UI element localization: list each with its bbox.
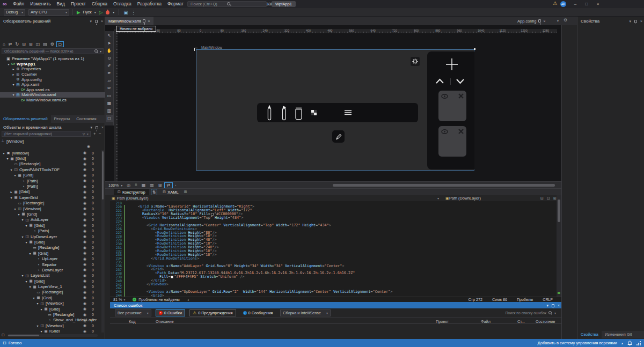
rounded-rect-tool[interactable]: ◻	[106, 115, 113, 122]
hot-reload-caret-icon[interactable]: ▾	[111, 8, 116, 17]
error-search-input[interactable]: Поиск по списку ошибок ▾	[506, 311, 561, 315]
layer-card-2[interactable]	[438, 126, 466, 157]
eye-icon[interactable]: ◉	[83, 262, 86, 267]
close-icon[interactable]: ×	[101, 125, 104, 129]
maximize-pane-icon[interactable]: ⊡	[547, 196, 550, 201]
errors-filter-button[interactable]: × 0 Ошибки	[156, 309, 185, 316]
brush-tool[interactable]: ✒	[106, 70, 113, 77]
objects-tree-item[interactable]: ◔UpLayer◉0	[0, 256, 101, 261]
column-tool[interactable]: ▥	[106, 107, 113, 115]
close-button[interactable]: ×	[594, 0, 602, 8]
eye-icon[interactable]: ◉	[83, 307, 86, 311]
vs-logo-icon[interactable]: ∞	[3, 0, 7, 8]
chevron-down-icon[interactable]: ▾	[90, 125, 92, 130]
eraser-tool[interactable]: ▱	[106, 77, 113, 85]
explorer-toolbar-icon[interactable]: ▭	[56, 41, 64, 47]
objects-vertical-scrollbar[interactable]	[101, 150, 104, 333]
chevron-down-icon[interactable]: ▾	[546, 304, 548, 308]
objects-tree-item[interactable]: ◔[Path]◉0	[0, 178, 101, 183]
eye-icon[interactable]: ◉	[83, 212, 86, 216]
expander-icon[interactable]: ▾	[11, 83, 16, 86]
expander-icon[interactable]: ▾	[35, 324, 40, 328]
eye-icon[interactable]: ◉	[83, 162, 86, 166]
expander-icon[interactable]: ▸	[11, 72, 16, 76]
eye-icon[interactable]: ◉	[83, 179, 86, 183]
chevron-down-icon[interactable]: ▾	[90, 19, 92, 24]
eye-icon[interactable]: ◉	[83, 151, 86, 155]
snaplines-icon[interactable]: ⊞	[156, 183, 164, 188]
solution-tree-item[interactable]: ▸⊞Ссылки	[0, 72, 105, 77]
eye-icon[interactable]: ◉	[83, 229, 86, 233]
expander-icon[interactable]: ▾	[32, 296, 36, 300]
zoom-caret-icon[interactable]: ▾	[123, 298, 125, 301]
explorer-toolbar-icon[interactable]: ◫	[35, 42, 41, 47]
tab-list-caret-icon[interactable]: ▾	[557, 19, 559, 23]
eye-icon[interactable]: ◉	[83, 296, 86, 300]
edit-pencil-button[interactable]	[332, 130, 345, 143]
platform-dropdown[interactable]: Any CPU▾	[28, 9, 69, 16]
show-hide-layer-icon[interactable]	[441, 93, 449, 100]
expander-icon[interactable]: ▾	[20, 274, 25, 277]
eye-icon[interactable]: ◉	[83, 201, 86, 205]
layer-up-icon[interactable]	[435, 78, 444, 84]
objects-tree-item[interactable]: ▭[Rectangle]◉0	[0, 245, 101, 250]
column-header-Описание[interactable]: Описание	[156, 319, 174, 324]
objects-tree-item[interactable]: ▾▦[Grid]◉0	[0, 278, 101, 284]
code-line[interactable]: 239Fill="#FFF4F4F5" Stretch="Uniform" />	[110, 275, 557, 279]
expander-icon[interactable]: ▾	[39, 329, 43, 333]
expander-icon[interactable]: ▾	[2, 151, 6, 155]
expander-icon[interactable]: ▾	[9, 168, 13, 172]
objects-tree-item[interactable]: ▾▦[Grid]◉0	[0, 295, 101, 300]
objects-tree-item[interactable]: ◔DownLayer◉0	[0, 267, 101, 272]
code-health-icon[interactable]: ✓	[133, 298, 136, 301]
eye-icon[interactable]: ◉	[83, 274, 86, 278]
objects-tree-item[interactable]: ▭[Rectangle]◉0	[0, 201, 101, 206]
explorer-toolbar-icon[interactable]: ⊟	[21, 42, 27, 47]
messages-filter-button[interactable]: i 0 Сообщения	[240, 309, 276, 316]
objects-tree-item[interactable]: ▸▦[Grid]◉0	[0, 189, 101, 195]
pin-icon[interactable]	[538, 19, 541, 23]
objects-tree-item[interactable]: ▾◫[Viewbox]◉0	[0, 323, 101, 328]
timeline-toggle-icon[interactable]: ⊡	[2, 333, 5, 337]
pin-icon[interactable]	[95, 20, 98, 23]
search-icon[interactable]	[227, 2, 266, 6]
solution-explorer-header[interactable]: Обозреватель решений ▾ ×	[0, 18, 105, 25]
maximize-button[interactable]: □	[582, 0, 591, 8]
warnings-filter-button[interactable]: ⚠ 0 Предупреждения	[189, 309, 236, 316]
objects-tree-item[interactable]: ▾▦[Grid]◉0	[0, 223, 101, 228]
project-badge[interactable]: WpfApp1	[272, 1, 296, 7]
chevron-down-icon[interactable]: ▾	[554, 311, 556, 315]
chevron-down-icon[interactable]: ▾	[437, 196, 439, 200]
error-list-titlebar[interactable]: Список ошибок ▾ ×	[110, 302, 561, 308]
tab-mainwindow-xaml[interactable]: MainWindow.xaml ×	[105, 17, 153, 25]
eye-icon[interactable]: ◉	[83, 301, 86, 306]
pin-icon[interactable]	[552, 304, 554, 307]
explorer-toolbar-icon[interactable]: ⚙	[49, 42, 55, 47]
expander-icon[interactable]: ▸	[9, 190, 13, 194]
close-icon[interactable]: ×	[640, 19, 642, 23]
start-button[interactable]: Пуск	[83, 10, 92, 14]
dock-tab-Свойства[interactable]: Свойства	[577, 331, 602, 338]
menu-item-Файл[interactable]: Файл	[10, 0, 27, 8]
snap-grid-icon[interactable]: ⌗	[133, 182, 140, 188]
design-artboard[interactable]: MainWindow	[196, 49, 474, 171]
line-ending-indicator[interactable]: CRLF	[543, 297, 553, 302]
search-box[interactable]: Поиск (Ctrl+Q)	[187, 1, 267, 7]
objects-tree-item[interactable]: ◔Sepator◉0	[0, 262, 101, 267]
solution-tree-item[interactable]: ⚙App.config	[0, 77, 105, 82]
layers-panel[interactable]	[427, 51, 474, 169]
nav-type-dropdown[interactable]: Path (DownLayer)	[117, 196, 149, 201]
eraser-tool-icon[interactable]	[295, 107, 303, 121]
scope-dropdown[interactable]: Все решение▾	[115, 309, 151, 316]
solution-tree-item[interactable]: ▾▤App.xaml	[0, 82, 105, 87]
lines-menu-icon[interactable]	[345, 110, 352, 115]
objects-tree-item[interactable]: ▾▦[Grid]◉0	[0, 250, 101, 256]
objects-tree-item[interactable]: ▾▦[Grid]◉0	[0, 211, 101, 217]
pin-icon[interactable]	[96, 126, 98, 129]
transparency-checker-icon[interactable]	[311, 110, 317, 116]
timeline-root-item[interactable]: ⊥ [Window]	[1, 138, 24, 144]
expander-icon[interactable]: ▸	[11, 67, 16, 71]
zoom-tool[interactable]: ⊙	[106, 55, 113, 62]
close-icon[interactable]: ×	[148, 19, 150, 23]
dock-tab-Состояния[interactable]: Состояния	[73, 115, 99, 123]
